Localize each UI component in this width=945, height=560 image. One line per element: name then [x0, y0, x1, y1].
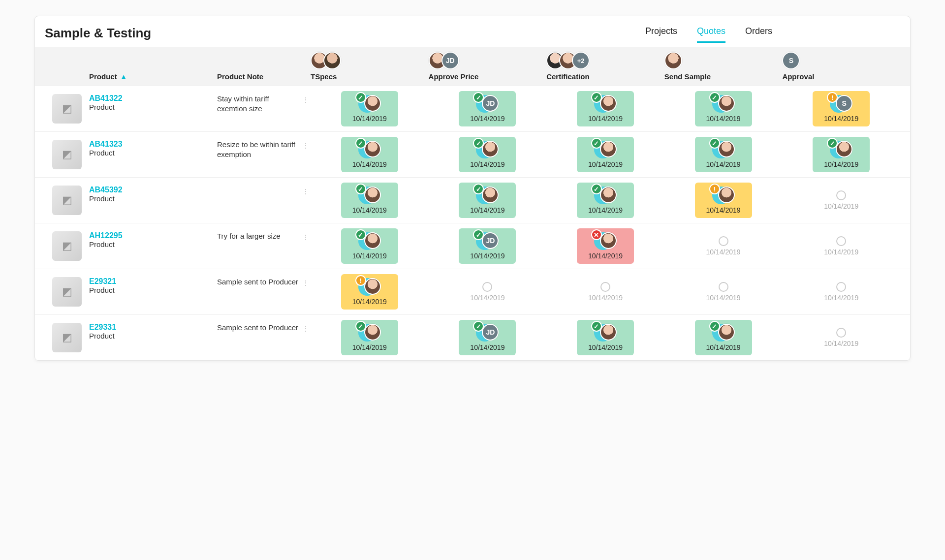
stage-header-tspecs[interactable]: TSpecs	[311, 52, 429, 81]
stage-cell[interactable]: !10/14/2019	[664, 183, 783, 218]
tab-orders[interactable]: Orders	[745, 23, 772, 43]
empty-circle-icon	[836, 236, 846, 246]
stage-cell[interactable]: S!10/14/2019	[782, 91, 900, 126]
empty-circle-icon	[719, 282, 728, 292]
product-sku-link[interactable]: AB41323	[89, 140, 217, 149]
stage-cell[interactable]: ✓10/14/2019	[546, 91, 664, 126]
avatar-icon	[364, 95, 381, 112]
kebab-icon: ⋮	[302, 96, 309, 104]
empty-circle-icon	[600, 282, 610, 292]
status-avatar-wrap: ✓	[476, 187, 499, 204]
stage-cell[interactable]: ✓10/14/2019	[546, 137, 664, 172]
tab-quotes[interactable]: Quotes	[697, 23, 725, 43]
status-empty: 10/14/2019	[470, 282, 504, 302]
check-icon: ✓	[709, 138, 720, 149]
stage-date: 10/14/2019	[824, 294, 858, 302]
stage-cell[interactable]: 10/14/2019	[664, 274, 783, 310]
stage-cell[interactable]: ✓10/14/2019	[429, 137, 547, 172]
stage-cell[interactable]: ✓10/14/2019	[311, 183, 429, 218]
row-menu-button[interactable]: ⋮	[301, 228, 311, 264]
stage-cell[interactable]: ✓10/14/2019	[429, 183, 547, 218]
stage-header-send-sample[interactable]: Send Sample	[664, 52, 783, 81]
status-empty: 10/14/2019	[824, 236, 858, 256]
stage-cell[interactable]: 10/14/2019	[782, 183, 900, 218]
stage-date: 10/14/2019	[352, 298, 387, 306]
status-avatar-wrap: ✓	[594, 95, 617, 113]
product-sku-link[interactable]: E29331	[89, 323, 217, 332]
stage-date: 10/14/2019	[588, 343, 623, 351]
table-row: ◩AB45392Product⋮✓10/14/2019✓10/14/2019✓1…	[35, 177, 910, 223]
stage-date: 10/14/2019	[706, 248, 741, 256]
stage-date: 10/14/2019	[824, 340, 858, 347]
avatar-icon	[364, 278, 381, 295]
stage-cell[interactable]: !10/14/2019	[311, 274, 429, 310]
status-empty: 10/14/2019	[824, 328, 858, 347]
product-cell: E29331Product	[89, 320, 217, 355]
stage-cell[interactable]: ✓10/14/2019	[311, 137, 429, 172]
stage-cell[interactable]: ✓10/14/2019	[311, 320, 429, 355]
avatar-initials: JD	[482, 324, 499, 341]
row-menu-button[interactable]: ⋮	[301, 183, 311, 218]
stage-header-label: Approve Price	[429, 72, 479, 81]
row-menu-button[interactable]: ⋮	[301, 137, 311, 172]
product-note: Stay within tariff exemtion size	[217, 91, 301, 126]
stage-date: 10/14/2019	[352, 206, 387, 214]
stage-cell[interactable]: ✓10/14/2019	[782, 137, 900, 172]
status-avatar-wrap: !	[712, 187, 735, 204]
product-sku-link[interactable]: E29321	[89, 277, 217, 286]
stage-cell[interactable]: ✓10/14/2019	[311, 91, 429, 126]
status-card-complete: ✓10/14/2019	[459, 183, 516, 218]
stage-cell[interactable]: 10/14/2019	[664, 228, 783, 264]
status-avatar-wrap: ✓	[358, 95, 381, 113]
stage-cell[interactable]: ✓10/14/2019	[311, 228, 429, 264]
stage-cell[interactable]: ✕10/14/2019	[546, 228, 664, 264]
check-icon: ✓	[591, 184, 602, 194]
row-menu-button[interactable]: ⋮	[301, 274, 311, 310]
product-sku-link[interactable]: AB41322	[89, 94, 217, 103]
tab-projects[interactable]: Projects	[645, 23, 677, 43]
avatar-initials: JD	[482, 232, 499, 249]
stage-cell[interactable]: 10/14/2019	[782, 320, 900, 355]
stage-cell[interactable]: JD✓10/14/2019	[429, 91, 547, 126]
status-card-complete: ✓10/14/2019	[695, 91, 752, 126]
product-sku-link[interactable]: AB45392	[89, 186, 217, 194]
status-card-warning: !10/14/2019	[341, 274, 398, 310]
stage-cell[interactable]: JD✓10/14/2019	[429, 228, 547, 264]
stage-cell[interactable]: ✓10/14/2019	[664, 320, 783, 355]
stage-cell[interactable]: ✓10/14/2019	[664, 137, 783, 172]
product-subtitle: Product	[89, 149, 217, 157]
stage-cell[interactable]: ✓10/14/2019	[664, 91, 783, 126]
status-card-complete: ✓10/14/2019	[341, 91, 398, 126]
avatar-overflow-count: +2	[572, 52, 590, 69]
stage-cell[interactable]: 10/14/2019	[782, 274, 900, 310]
status-card-complete: ✓10/14/2019	[813, 137, 870, 172]
stage-header-certification[interactable]: +2 Certification	[546, 52, 664, 81]
avatar-icon	[600, 232, 617, 249]
stage-cell[interactable]: 10/14/2019	[546, 274, 664, 310]
stage-date: 10/14/2019	[352, 160, 387, 168]
avatar-initials: JD	[441, 52, 459, 69]
stage-date: 10/14/2019	[352, 343, 387, 351]
avatar-icon	[364, 141, 381, 157]
empty-circle-icon	[836, 328, 846, 338]
stage-header-approval[interactable]: S Approval	[782, 52, 900, 81]
stage-cell[interactable]: ✓10/14/2019	[546, 183, 664, 218]
stage-header-approve-price[interactable]: JD Approve Price	[429, 52, 547, 81]
product-cell: AB41322Product	[89, 91, 217, 126]
column-header-product[interactable]: Product ▲	[89, 72, 217, 81]
row-menu-button[interactable]: ⋮	[301, 91, 311, 126]
tabs: Projects Quotes Orders	[645, 23, 772, 43]
status-empty: 10/14/2019	[706, 236, 741, 256]
product-cell: AB41323Product	[89, 137, 217, 172]
stage-cell[interactable]: 10/14/2019	[429, 274, 547, 310]
stage-cell[interactable]: 10/14/2019	[782, 228, 900, 264]
stage-date: 10/14/2019	[470, 294, 504, 302]
stage-header-label: Certification	[546, 72, 590, 81]
stage-cell[interactable]: ✓10/14/2019	[546, 320, 664, 355]
check-icon: ✓	[591, 321, 602, 332]
stage-cell[interactable]: JD✓10/14/2019	[429, 320, 547, 355]
column-header-note[interactable]: Product Note	[217, 72, 311, 81]
row-menu-button[interactable]: ⋮	[301, 320, 311, 355]
product-sku-link[interactable]: AH12295	[89, 231, 217, 240]
kebab-icon: ⋮	[302, 233, 309, 241]
